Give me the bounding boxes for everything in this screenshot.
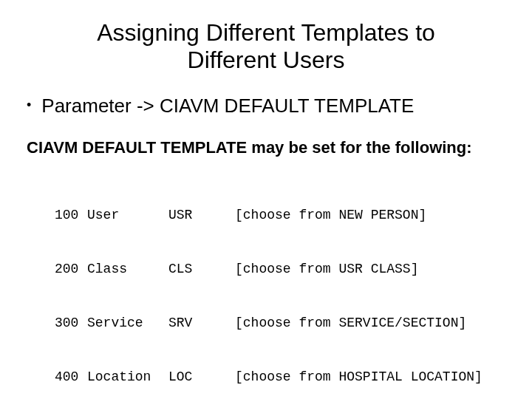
- cell-num: 100: [55, 206, 87, 224]
- cell-code: CLS: [168, 260, 213, 278]
- cell-code: SRV: [168, 314, 213, 332]
- slide-title: Assigning Different Templates to Differe…: [52, 19, 480, 74]
- cell-name: Service: [87, 314, 168, 332]
- cell-name: Location: [87, 368, 168, 386]
- cell-code: LOC: [168, 368, 213, 386]
- title-line-2: Different Users: [188, 47, 345, 73]
- cell-num: 300: [55, 314, 87, 332]
- bullet-dot-icon: •: [27, 95, 31, 115]
- bullet-text: Parameter -> CIAVM DEFAULT TEMPLATE: [41, 95, 414, 117]
- cell-desc: [choose from USR CLASS]: [235, 260, 418, 278]
- slide: Assigning Different Templates to Differe…: [0, 0, 532, 399]
- cell-gap: [213, 368, 235, 386]
- cell-code: USR: [168, 206, 213, 224]
- cell-desc: [choose from HOSPITAL LOCATION]: [235, 368, 482, 386]
- template-table: 100 User USR [choose from NEW PERSON] 20…: [55, 171, 510, 399]
- cell-gap: [213, 206, 235, 224]
- cell-desc: [choose from SERVICE/SECTION]: [235, 314, 466, 332]
- cell-num: 400: [55, 368, 87, 386]
- subheading: CIAVM DEFAULT TEMPLATE may be set for th…: [27, 138, 510, 157]
- table-row: 100 User USR [choose from NEW PERSON]: [55, 206, 510, 224]
- table-row: 400 Location LOC [choose from HOSPITAL L…: [55, 368, 510, 386]
- cell-num: 200: [55, 260, 87, 278]
- title-line-1: Assigning Different Templates to: [97, 19, 435, 46]
- bullet-item: • Parameter -> CIAVM DEFAULT TEMPLATE: [27, 95, 510, 117]
- table-row: 200 Class CLS [choose from USR CLASS]: [55, 260, 510, 278]
- cell-gap: [213, 314, 235, 332]
- cell-desc: [choose from NEW PERSON]: [235, 206, 426, 224]
- cell-gap: [213, 260, 235, 278]
- cell-name: Class: [87, 260, 168, 278]
- cell-name: User: [87, 206, 168, 224]
- table-row: 300 Service SRV [choose from SERVICE/SEC…: [55, 314, 510, 332]
